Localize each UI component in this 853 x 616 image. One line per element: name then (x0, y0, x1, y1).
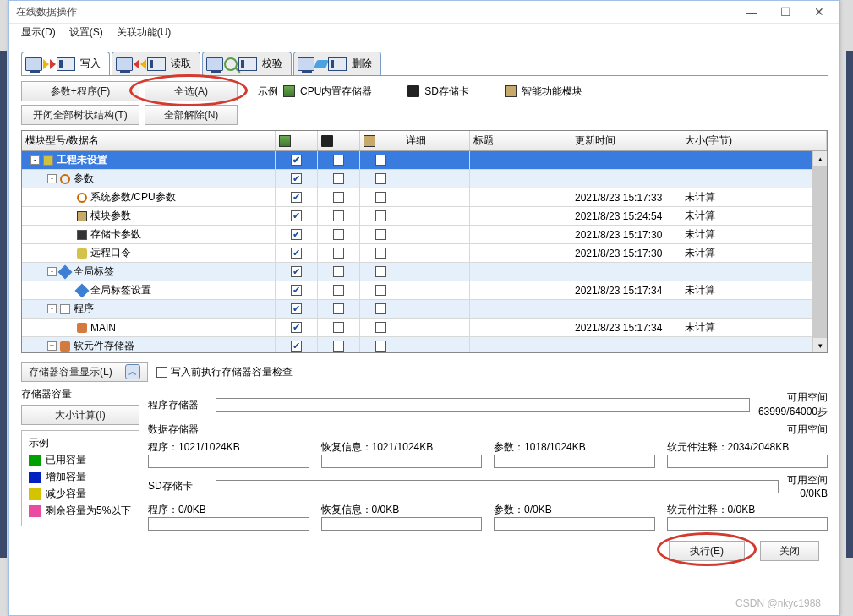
table-row[interactable]: -程序 (22, 300, 827, 319)
lower-section: 存储器容量显示(L) ︽ 写入前执行存储器容量检查 存储器容量 大小计算(I) … (21, 362, 828, 531)
checkbox[interactable] (291, 155, 302, 166)
tag-icon (75, 283, 90, 297)
dialog-buttons: 执行(E) 关闭 (9, 531, 839, 564)
checkbox[interactable] (375, 210, 386, 221)
checkbox[interactable] (333, 155, 344, 166)
col-fn[interactable] (360, 131, 402, 150)
tree-toggle[interactable]: - (47, 304, 57, 313)
col-name[interactable]: 模块型号/数据名 (22, 131, 276, 150)
checkbox[interactable] (291, 266, 302, 277)
execute-button[interactable]: 执行(E) (669, 541, 745, 561)
table-row[interactable]: +软元件存储器 (22, 337, 827, 352)
tab-delete[interactable]: 删除 (293, 52, 381, 75)
checkbox[interactable] (291, 210, 302, 221)
precheck-checkbox[interactable]: 写入前执行存储器容量检查 (156, 365, 293, 379)
scroll-down[interactable]: ▾ (813, 338, 827, 352)
table-row[interactable]: -工程未设置 (22, 151, 827, 170)
tab-read[interactable]: 读取 (112, 52, 200, 75)
checkbox[interactable] (375, 173, 386, 184)
checkbox[interactable] (291, 285, 302, 296)
checkbox[interactable] (375, 192, 386, 203)
maximize-button[interactable]: ☐ (768, 3, 802, 21)
checkbox[interactable] (291, 229, 302, 240)
checkbox[interactable] (333, 173, 344, 184)
row-name: 全局标签 (74, 264, 114, 279)
tab-verify[interactable]: 校验 (202, 52, 292, 75)
params-program-button[interactable]: 参数+程序(F) (21, 81, 139, 101)
checkbox[interactable] (333, 266, 344, 277)
menu-assoc[interactable]: 关联功能(U) (110, 24, 178, 41)
sd-restore: 恢复信息：0/0KB (321, 503, 483, 517)
checkbox[interactable] (333, 341, 344, 352)
checkbox[interactable] (291, 341, 302, 352)
clear-all-button[interactable]: 全部解除(N) (145, 105, 238, 125)
checkbox[interactable] (375, 341, 386, 352)
table-row[interactable]: 远程口令2021/8/23 15:17:30未计算 (22, 244, 827, 263)
checkbox[interactable] (291, 303, 302, 314)
checkbox[interactable] (375, 322, 386, 333)
checkbox[interactable] (333, 322, 344, 333)
close-window-button[interactable]: ✕ (802, 3, 836, 21)
gear-icon (60, 174, 70, 184)
tab-write[interactable]: 写入 (21, 52, 110, 75)
sd-icon (321, 135, 333, 147)
legend-added: 增加容量 (29, 470, 132, 484)
tree-toggle[interactable]: - (47, 174, 57, 183)
col-sd[interactable] (318, 131, 360, 150)
checkbox[interactable] (333, 210, 344, 221)
sd-free: 0/0KB (787, 488, 828, 499)
checkbox[interactable] (375, 266, 386, 277)
legend-cpu: CPU内置存储器 (283, 84, 372, 99)
checkbox[interactable] (291, 173, 302, 184)
tab-content: 参数+程序(F) 全选(A) 示例 CPU内置存储器 SD存储卡 智能功能模块 … (21, 75, 828, 127)
chip-icon (279, 135, 291, 147)
table-scrollbar[interactable]: ▴ ▾ (812, 151, 827, 352)
checkbox[interactable] (333, 229, 344, 240)
checkbox[interactable] (291, 322, 302, 333)
checkbox[interactable] (375, 285, 386, 296)
col-chip[interactable] (276, 131, 318, 150)
checkbox[interactable] (375, 229, 386, 240)
tree-toggle[interactable]: + (47, 341, 57, 351)
fn-icon (364, 135, 375, 147)
checkbox[interactable] (291, 192, 302, 203)
col-title[interactable]: 标题 (470, 131, 571, 150)
scroll-up[interactable]: ▴ (813, 151, 827, 166)
checkbox[interactable] (375, 303, 386, 314)
table-row[interactable]: MAIN2021/8/23 15:17:34未计算 (22, 319, 827, 337)
table-row[interactable]: 全局标签设置2021/8/23 15:17:34未计算 (22, 281, 827, 300)
checkbox[interactable] (333, 303, 344, 314)
row-name: 模块参数 (90, 209, 131, 223)
row-name: 远程口令 (90, 246, 131, 260)
storage-display-button[interactable]: 存储器容量显示(L) ︽ (21, 362, 148, 382)
calc-size-button[interactable]: 大小计算(I) (21, 405, 139, 425)
dev-icon (60, 341, 70, 352)
menu-settings[interactable]: 设置(S) (63, 24, 110, 41)
tree-toggle[interactable]: - (47, 267, 57, 276)
table-row[interactable]: -全局标签 (22, 263, 827, 281)
checkbox[interactable] (333, 248, 344, 259)
row-name: 系统参数/CPU参数 (90, 190, 176, 204)
close-button[interactable]: 关闭 (760, 541, 819, 561)
minimize-button[interactable]: — (735, 3, 768, 21)
prog-mem-free: 63999/64000步 (758, 405, 828, 419)
col-detail[interactable]: 详细 (402, 131, 470, 150)
col-size[interactable]: 大小(字节) (681, 131, 774, 150)
table-row[interactable]: -参数 (22, 170, 827, 188)
checkbox[interactable] (375, 248, 386, 259)
checkbox[interactable] (375, 155, 386, 166)
sd-param: 参数：0/0KB (494, 503, 655, 517)
checkbox[interactable] (333, 192, 344, 203)
col-updated[interactable]: 更新时间 (571, 131, 681, 150)
tree-toggle[interactable]: - (30, 155, 40, 165)
prg-icon (77, 323, 87, 333)
table-row[interactable]: 系统参数/CPU参数2021/8/23 15:17:33未计算 (22, 188, 827, 207)
table-row[interactable]: 模块参数2021/8/23 15:24:54未计算 (22, 207, 827, 226)
checkbox[interactable] (333, 285, 344, 296)
menu-display[interactable]: 显示(D) (14, 24, 63, 41)
checkbox[interactable] (291, 248, 302, 259)
expand-tree-button[interactable]: 开闭全部树状结构(T) (21, 105, 139, 125)
select-all-button[interactable]: 全选(A) (145, 81, 238, 101)
doc-icon (60, 304, 70, 314)
table-row[interactable]: 存储卡参数2021/8/23 15:17:30未计算 (22, 226, 827, 244)
